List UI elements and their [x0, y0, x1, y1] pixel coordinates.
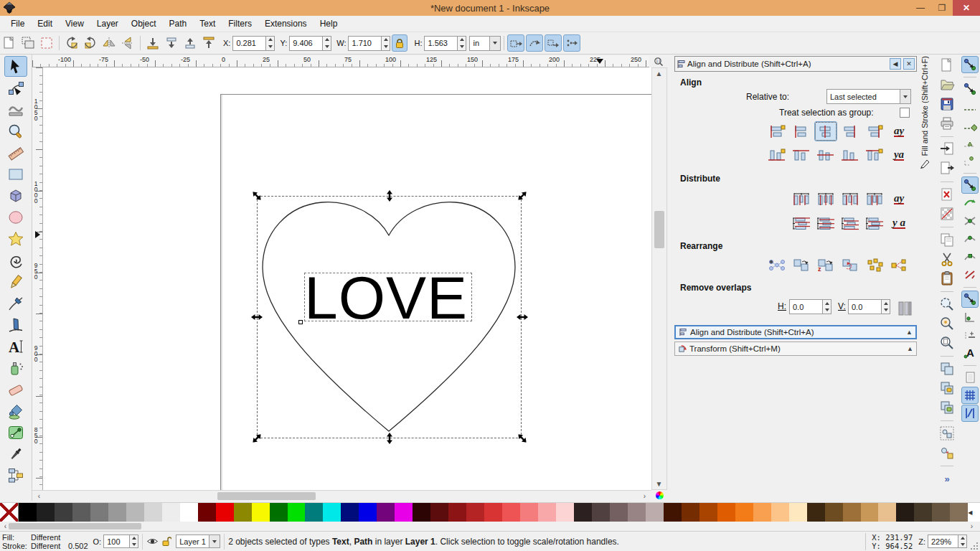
layer-dropdown[interactable]: Layer 1 — [176, 534, 220, 548]
minimize-button[interactable]: — — [910, 0, 931, 16]
raise-to-top-button[interactable] — [199, 34, 218, 52]
align-right-edges-button[interactable] — [839, 122, 861, 141]
color-swatch[interactable] — [359, 503, 377, 522]
width-spinbox[interactable]: 1.710 — [348, 36, 390, 51]
color-swatch[interactable] — [753, 503, 771, 522]
horizontal-scrollbar[interactable]: ‹ › — [32, 490, 651, 501]
color-swatch[interactable] — [717, 503, 735, 522]
tab-align-distribute[interactable]: Align and Distribute (Shift+Ctrl+A)▲ — [674, 325, 917, 339]
overlap-v-spinbox[interactable]: 0.0 — [848, 299, 890, 314]
layer-lock-icon[interactable] — [162, 536, 171, 547]
move-gradients-toggle[interactable] — [507, 34, 524, 52]
scale-handle[interactable] — [251, 311, 263, 323]
distribute-equal-horizontal-gaps-button[interactable] — [864, 189, 885, 208]
align-bottom-to-anchor-top-button[interactable] — [766, 146, 788, 164]
snap-bounding-box-button[interactable] — [961, 80, 979, 98]
snap-enable-button[interactable] — [961, 56, 979, 73]
color-swatch[interactable] — [55, 503, 72, 522]
snap-paths-button[interactable] — [961, 194, 979, 212]
color-swatch[interactable] — [878, 503, 896, 522]
menu-help[interactable]: Help — [314, 17, 344, 31]
selector-tool[interactable] — [4, 56, 27, 77]
zoom-page-button[interactable] — [938, 334, 956, 352]
center-horizontal-axis-button[interactable] — [815, 146, 837, 164]
lock-ratio-button[interactable] — [392, 34, 407, 52]
measure-tool[interactable] — [4, 142, 27, 163]
duplicate-button[interactable] — [938, 359, 956, 378]
color-swatch[interactable] — [466, 503, 484, 522]
print-button[interactable] — [938, 114, 956, 133]
scale-handle[interactable] — [517, 190, 528, 202]
menu-extensions[interactable]: Extensions — [258, 17, 314, 31]
lower-button[interactable] — [162, 34, 181, 52]
rotate-ccw-button[interactable] — [62, 34, 81, 52]
ellipse-tool[interactable] — [4, 207, 27, 227]
text-tool[interactable]: A — [4, 336, 27, 357]
snap-nodes-button[interactable] — [961, 176, 979, 194]
color-swatch[interactable] — [628, 503, 646, 522]
color-swatch[interactable] — [323, 503, 341, 522]
exchange-in-stacking-order-button[interactable]: z — [815, 255, 837, 274]
color-swatch[interactable] — [699, 503, 717, 522]
snap-bbox-corners-button[interactable] — [961, 116, 979, 133]
lower-to-bottom-button[interactable] — [143, 34, 162, 52]
menu-text[interactable]: Text — [193, 17, 222, 31]
snap-text-baselines-button[interactable] — [961, 326, 979, 344]
import-button[interactable] — [938, 140, 956, 159]
bezier-tool[interactable] — [4, 293, 27, 314]
color-swatch[interactable] — [270, 503, 288, 522]
distribute-equal-vertical-gaps-button[interactable] — [864, 214, 885, 232]
snap-guides-button[interactable] — [961, 405, 979, 422]
select-all-button[interactable] — [0, 34, 19, 52]
units-dropdown[interactable]: in — [469, 36, 501, 51]
distribute-bottom-edges-button[interactable] — [839, 214, 861, 232]
menu-view[interactable]: View — [59, 17, 90, 31]
save-button[interactable] — [938, 95, 956, 113]
scale-stroke-toggle[interactable] — [563, 34, 580, 52]
star-tool[interactable] — [4, 228, 27, 249]
color-swatch[interactable] — [19, 503, 37, 522]
menu-object[interactable]: Object — [125, 17, 163, 31]
y-coord-spinbox[interactable]: 9.406 — [289, 36, 331, 51]
move-patterns-toggle[interactable] — [526, 34, 543, 52]
exchange-clockwise-button[interactable] — [839, 255, 861, 274]
scale-handle[interactable] — [517, 311, 528, 323]
resize-grip[interactable] — [970, 542, 979, 550]
scale-handle[interactable] — [384, 433, 395, 444]
color-swatch[interactable] — [861, 503, 879, 522]
lens-corner-button[interactable]: 1:1 — [649, 56, 667, 67]
titlebar[interactable]: *New document 1 - Inkscape —❐✕ — [0, 0, 980, 16]
color-swatch[interactable] — [198, 503, 216, 522]
text-distribute-vertical-button[interactable]: y a — [888, 214, 910, 232]
scale-handle[interactable] — [384, 190, 395, 202]
menu-file[interactable]: File — [4, 17, 31, 31]
fill-stroke-side-tab[interactable]: Fill and Stroke (Shift+Ctrl+F) — [917, 56, 933, 199]
zoom-tool[interactable] — [4, 121, 27, 141]
dropper-tool[interactable] — [4, 443, 27, 464]
snap-bbox-edge-midpoints-button[interactable] — [961, 134, 979, 151]
color-swatch[interactable] — [610, 503, 628, 522]
connector-tool[interactable] — [4, 465, 27, 486]
vertical-scroll-thumb[interactable] — [654, 211, 664, 248]
panel-close-button[interactable]: ✕ — [903, 58, 915, 70]
color-swatch[interactable] — [377, 503, 395, 522]
opacity-spinbox[interactable]: 100 — [103, 534, 138, 548]
horizontal-scroll-thumb[interactable] — [217, 492, 316, 500]
align-top-edges-button[interactable] — [791, 146, 812, 164]
treat-as-group-checkbox[interactable] — [900, 108, 910, 118]
vertical-ruler[interactable]: 10501000950900850 — [32, 67, 43, 490]
tab-transform[interactable]: Transform (Shift+Ctrl+M)▲ — [674, 342, 917, 356]
cut-button[interactable] — [938, 250, 956, 268]
scroll-right-arrow[interactable]: › — [639, 491, 650, 501]
color-swatch[interactable] — [520, 503, 538, 522]
distribute-left-edges-button[interactable] — [791, 189, 812, 208]
color-swatch[interactable] — [789, 503, 807, 522]
text-align-vertical-button[interactable]: ya — [888, 146, 910, 164]
close-button[interactable]: ✕ — [953, 0, 980, 16]
color-swatch[interactable] — [305, 503, 323, 522]
color-swatch[interactable] — [180, 503, 198, 522]
distribute-centers-horizontally-button[interactable] — [815, 189, 837, 208]
color-swatch[interactable] — [90, 503, 108, 522]
flip-horizontal-button[interactable] — [100, 34, 118, 52]
color-swatch[interactable] — [216, 503, 234, 522]
